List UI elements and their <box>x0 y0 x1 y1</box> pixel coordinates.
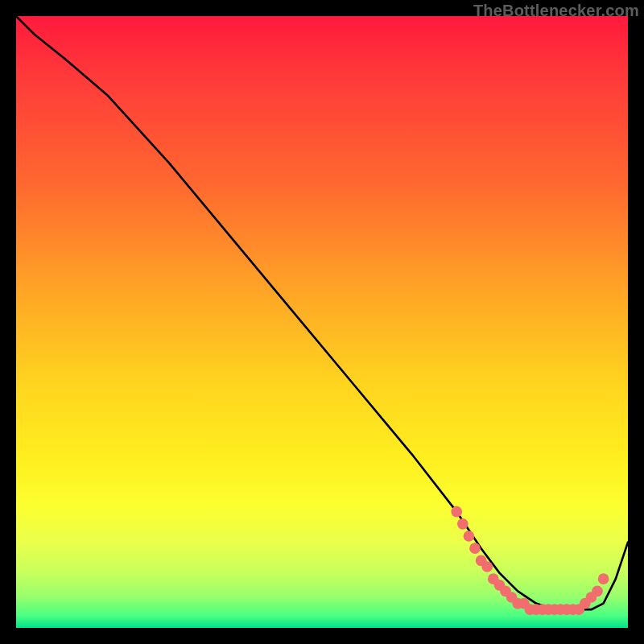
curve-marker <box>573 604 584 615</box>
curve-marker <box>549 604 560 615</box>
curve-marker <box>500 586 511 597</box>
curve-marker <box>537 604 548 615</box>
chart-frame: TheBottlenecker.com <box>0 0 644 644</box>
plot-area <box>16 16 628 628</box>
curve-marker <box>488 573 499 584</box>
curve-marker <box>476 555 487 567</box>
curve-marker <box>580 598 591 609</box>
curve-marker <box>555 604 567 615</box>
curve-marker <box>506 592 518 603</box>
curve-marker <box>561 604 572 615</box>
curve-marker <box>518 598 530 609</box>
curve-marker <box>543 604 554 615</box>
bottleneck-curve <box>16 16 628 609</box>
curve-marker <box>512 598 523 609</box>
curve-marker <box>568 604 579 615</box>
curve-markers <box>451 506 609 615</box>
curve-marker <box>592 586 603 597</box>
curve-marker <box>481 561 493 572</box>
curve-marker <box>457 518 469 530</box>
curve-marker <box>525 604 536 615</box>
curve-marker <box>464 530 475 542</box>
curve-marker <box>494 580 506 591</box>
curve-marker <box>530 604 542 615</box>
curve-marker <box>586 592 597 603</box>
curve-svg <box>16 16 628 628</box>
curve-marker <box>451 506 462 518</box>
curve-marker <box>598 573 609 584</box>
curve-marker <box>469 543 481 554</box>
